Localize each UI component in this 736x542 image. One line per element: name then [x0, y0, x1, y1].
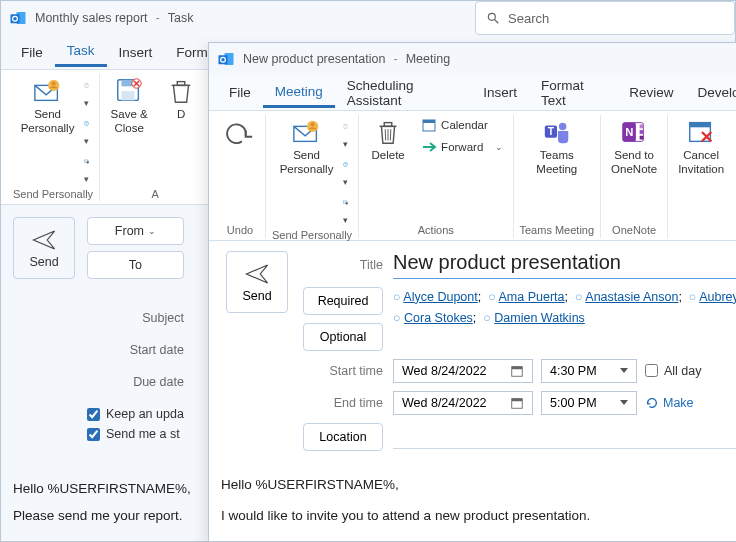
- ribbon-group-undo: Undo: [215, 115, 266, 238]
- location-input[interactable]: [393, 423, 736, 449]
- status-icon: ○: [393, 311, 401, 325]
- menu-file-2[interactable]: File: [217, 79, 263, 106]
- ribbon-group-cancel: Cancel Invitation: [668, 115, 734, 238]
- clipboard-dropdown[interactable]: ▾: [84, 74, 89, 110]
- optional-button[interactable]: Optional: [303, 323, 383, 351]
- ribbon-group-actions: Save & Close D A: [100, 74, 210, 202]
- attendee-2[interactable]: Ama Puerta: [499, 290, 565, 304]
- menu-insert[interactable]: Insert: [107, 39, 165, 66]
- onenote-button[interactable]: N Send to OneNote: [607, 115, 661, 179]
- window-title-type: Task: [168, 11, 194, 25]
- allday-label: All day: [664, 364, 702, 378]
- group-undo-label: Undo: [227, 222, 253, 238]
- keep-updated-checkbox[interactable]: Keep an upda: [87, 407, 184, 421]
- clipboard-icon: [84, 83, 89, 88]
- location-button[interactable]: Location: [303, 423, 383, 451]
- delete-button[interactable]: Delete: [365, 115, 411, 165]
- calendar-icon: [510, 396, 524, 410]
- attendee-3[interactable]: Anastasie Anson: [585, 290, 678, 304]
- start-time-value: 4:30 PM: [550, 364, 597, 378]
- all-day-checkbox[interactable]: All day: [645, 364, 702, 378]
- status-icon: ○: [575, 290, 583, 304]
- sendme-check[interactable]: [87, 428, 100, 441]
- calendar-icon: [421, 117, 437, 133]
- delete-button-back[interactable]: D: [158, 74, 204, 124]
- mail-gear-icon: [84, 159, 89, 164]
- attendee-6[interactable]: Damien Watkins: [494, 311, 585, 325]
- help-dropdown-2[interactable]: ?▾: [343, 153, 348, 189]
- calendar-label: Calendar: [441, 119, 488, 131]
- forward-button[interactable]: Forward ⌄: [417, 137, 506, 157]
- required-button[interactable]: Required: [303, 287, 383, 315]
- svg-point-44: [559, 122, 567, 130]
- search-box[interactable]: Search: [475, 1, 735, 35]
- required-attendees[interactable]: ○ Alyce Dupont; ○ Ama Puerta; ○ Anastasi…: [393, 287, 736, 330]
- meeting-body[interactable]: Hello %USERFIRSTNAME%, I would like to i…: [221, 451, 736, 531]
- start-date-picker[interactable]: Wed 8/24/2022: [393, 359, 533, 383]
- subject-label: Subject: [142, 311, 184, 325]
- title-label: Title: [303, 258, 383, 272]
- attendee-1[interactable]: Alyce Dupont: [403, 290, 477, 304]
- undo-button[interactable]: [221, 115, 259, 149]
- make-recurring-button[interactable]: Make: [645, 396, 694, 410]
- start-date-label: Start date: [130, 343, 184, 357]
- chevron-down-icon: [620, 368, 628, 373]
- menu-review[interactable]: Review: [617, 79, 685, 106]
- forward-label: Forward: [441, 141, 483, 153]
- send-personally-icon: [292, 117, 322, 147]
- attendee-4[interactable]: Aubrey: [699, 290, 736, 304]
- allday-check[interactable]: [645, 364, 658, 377]
- end-date-picker[interactable]: Wed 8/24/2022: [393, 391, 533, 415]
- menu-task[interactable]: Task: [55, 37, 107, 67]
- ribbon-group-teams: T Teams Meeting Teams Meeting: [514, 115, 602, 238]
- mail-settings-dropdown-2[interactable]: ▾: [343, 191, 348, 227]
- start-time-picker[interactable]: 4:30 PM: [541, 359, 637, 383]
- undo-icon: [225, 117, 255, 147]
- help-dropdown[interactable]: ?▾: [84, 112, 89, 148]
- clipboard-icon: [343, 124, 348, 129]
- task-titlebar[interactable]: Monthly sales report - Task Search: [1, 1, 735, 35]
- delete-label: Delete: [371, 149, 404, 163]
- mail-settings-dropdown[interactable]: ▾: [84, 150, 89, 186]
- send-button-front[interactable]: Send: [226, 251, 288, 313]
- menu-meeting[interactable]: Meeting: [263, 78, 335, 108]
- menu-sched-assist[interactable]: Scheduling Assistant: [335, 72, 472, 114]
- cancel-invitation-button[interactable]: Cancel Invitation: [674, 115, 728, 179]
- clipboard-dropdown-2[interactable]: ▾: [343, 115, 348, 151]
- from-button[interactable]: From⌄: [87, 217, 184, 245]
- send-me-checkbox[interactable]: Send me a st: [87, 427, 184, 441]
- meeting-title-doc: New product presentation: [243, 52, 385, 66]
- menu-file[interactable]: File: [9, 39, 55, 66]
- save-close-button[interactable]: Save & Close: [106, 74, 152, 138]
- send-personally-icon: [33, 76, 63, 106]
- send-personally-button-2[interactable]: Send Personally: [276, 115, 338, 179]
- title-sep-2: -: [393, 52, 397, 66]
- keep-check[interactable]: [87, 408, 100, 421]
- meeting-composer: Send Title New product presentation Requ…: [209, 241, 736, 541]
- svg-rect-50: [640, 135, 644, 139]
- status-icon: ○: [393, 290, 401, 304]
- teams-label: Teams Meeting: [536, 149, 577, 177]
- menu-developer[interactable]: Develop: [685, 79, 736, 106]
- svg-rect-9: [86, 83, 88, 84]
- forward-icon: [421, 139, 437, 155]
- from-label: From: [115, 224, 144, 238]
- to-button[interactable]: To: [87, 251, 184, 279]
- end-time-picker[interactable]: 5:00 PM: [541, 391, 637, 415]
- group-teams-label: Teams Meeting: [520, 222, 595, 238]
- ribbon-stack-2: ▾ ?▾ ▾: [343, 115, 348, 227]
- send-personally-button[interactable]: Send Personally: [17, 74, 79, 138]
- status-icon: ○: [488, 290, 496, 304]
- send-button-back[interactable]: Send: [13, 217, 75, 279]
- meeting-titlebar[interactable]: New product presentation - Meeting: [209, 43, 736, 76]
- group-actions-label-2: Actions: [418, 222, 454, 238]
- group-actions-label-back: A: [151, 186, 158, 202]
- menu-insert-2[interactable]: Insert: [471, 79, 529, 106]
- title-input[interactable]: New product presentation: [393, 251, 736, 279]
- calendar-button[interactable]: Calendar: [417, 115, 506, 135]
- menu-format-text[interactable]: Format Text: [529, 72, 617, 114]
- attendee-5[interactable]: Cora Stokes: [404, 311, 473, 325]
- teams-meeting-button[interactable]: T Teams Meeting: [532, 115, 581, 179]
- end-time-label: End time: [303, 396, 383, 410]
- title-sep: -: [156, 11, 160, 25]
